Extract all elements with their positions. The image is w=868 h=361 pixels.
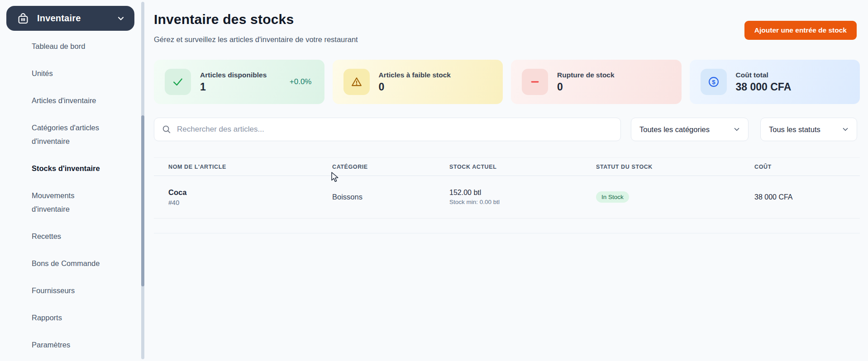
sidebar-header-inventaire[interactable]: Inventaire — [6, 6, 134, 31]
sidebar-scrollbar-thumb[interactable] — [141, 115, 144, 286]
item-stock: 152.00 btl — [449, 189, 596, 197]
stat-cards: Articles disponibles 1 +0.0% Articles à … — [154, 60, 860, 104]
sidebar-item-parametres[interactable]: Paramètres — [32, 338, 114, 352]
warning-icon — [343, 69, 370, 95]
sidebar-item-stocks-inventaire[interactable]: Stocks d'inventaire — [32, 162, 114, 175]
sidebar: Inventaire Tableau de bord Unités Articl… — [0, 0, 141, 361]
table-header-row: NOM DE L'ARTICLE CATÉGORIE STOCK ACTUEL … — [154, 158, 860, 176]
stat-value: 1 — [200, 81, 290, 93]
sidebar-item-mouvements-inventaire[interactable]: Mouvements d'inventaire — [32, 189, 114, 216]
sidebar-item-unites[interactable]: Unités — [32, 66, 114, 80]
chevron-down-icon — [733, 125, 741, 133]
item-id: #40 — [168, 199, 332, 206]
main-content: Inventaire des stocks Gérez et surveille… — [154, 0, 860, 361]
page-subtitle: Gérez et surveillez les articles d'inven… — [154, 35, 358, 44]
category-filter-value: Toutes les catégories — [639, 125, 710, 134]
stat-delta: +0.0% — [290, 77, 314, 86]
search-box — [154, 118, 621, 141]
dollar-icon: $ — [701, 69, 727, 95]
stat-label: Rupture de stock — [557, 71, 669, 79]
chevron-down-icon — [116, 14, 125, 23]
sidebar-scrollbar-track[interactable] — [141, 2, 144, 359]
sidebar-header-label: Inventaire — [37, 13, 109, 24]
svg-text:$: $ — [712, 79, 715, 86]
stat-label: Coût total — [736, 71, 848, 79]
stat-label: Articles disponibles — [200, 71, 290, 79]
inventory-table: NOM DE L'ARTICLE CATÉGORIE STOCK ACTUEL … — [154, 157, 860, 233]
item-stock-min: Stock min: 0.00 btl — [449, 199, 596, 205]
column-header-status: STATUT DU STOCK — [596, 164, 754, 170]
status-filter-value: Tous les statuts — [769, 125, 820, 134]
page-title: Inventaire des stocks — [154, 12, 294, 27]
category-filter-dropdown[interactable]: Toutes les catégories — [631, 118, 749, 141]
stat-card-articles-disponibles: Articles disponibles 1 +0.0% — [154, 60, 324, 104]
column-header-stock: STOCK ACTUEL — [449, 164, 596, 170]
table-footer — [154, 218, 860, 233]
sidebar-item-bons-de-commande[interactable]: Bons de Commande — [32, 256, 114, 270]
sidebar-item-tableau-de-bord[interactable]: Tableau de bord — [32, 39, 114, 53]
sidebar-item-categories-articles[interactable]: Catégories d'articles d'inventaire — [32, 121, 114, 148]
stat-card-articles-faible-stock: Articles à faible stock 0 — [333, 60, 503, 104]
stat-card-rupture-de-stock: Rupture de stock 0 — [511, 60, 682, 104]
table-row[interactable]: Coca #40 Boissons 152.00 btl Stock min: … — [154, 176, 860, 218]
stat-value: 0 — [557, 81, 669, 93]
stat-label: Articles à faible stock — [379, 71, 491, 79]
chevron-down-icon — [841, 125, 849, 133]
item-cost: 38 000 CFA — [754, 193, 860, 201]
add-stock-entry-button[interactable]: Ajouter une entrée de stock — [744, 21, 857, 40]
check-icon — [165, 69, 191, 95]
shopping-bag-icon — [16, 12, 30, 25]
column-header-category: CATÉGORIE — [332, 164, 449, 170]
sidebar-item-recettes[interactable]: Recettes — [32, 229, 114, 243]
status-badge: In Stock — [596, 191, 629, 203]
search-icon — [162, 124, 172, 134]
sidebar-item-fournisseurs[interactable]: Fournisseurs — [32, 284, 114, 297]
stat-value: 0 — [379, 81, 491, 93]
minus-icon — [522, 69, 548, 95]
item-name: Coca — [168, 188, 332, 197]
status-filter-dropdown[interactable]: Tous les statuts — [760, 118, 857, 141]
search-input[interactable] — [177, 125, 613, 134]
stat-card-cout-total: $ Coût total 38 000 CFA — [690, 60, 860, 104]
sidebar-item-rapports[interactable]: Rapports — [32, 311, 114, 324]
column-header-cost: COÛT — [754, 164, 860, 170]
column-header-name: NOM DE L'ARTICLE — [154, 164, 332, 170]
sidebar-item-articles-inventaire[interactable]: Articles d'inventaire — [32, 94, 114, 107]
filter-bar: Toutes les catégories Tous les statuts — [154, 118, 860, 141]
stat-value: 38 000 CFA — [736, 81, 848, 93]
sidebar-nav: Tableau de bord Unités Articles d'invent… — [32, 39, 114, 361]
item-category: Boissons — [332, 193, 449, 201]
